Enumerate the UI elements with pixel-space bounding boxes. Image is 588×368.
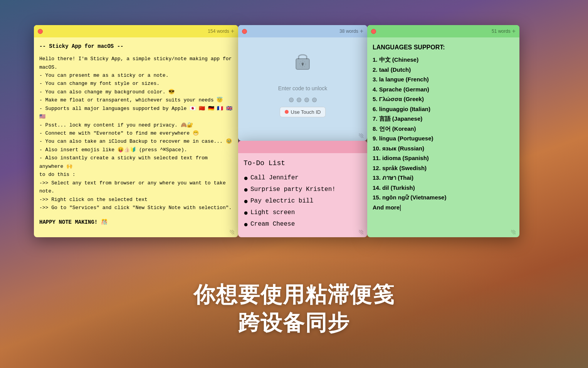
note-titlebar-4 xyxy=(238,141,367,153)
note-body-2: Enter code to unlock Use Touch ID xyxy=(238,37,367,131)
note-line-1: - You can present me as a sticky or a no… xyxy=(39,71,233,79)
note-line-4: - Make me float or transparent, whicheve… xyxy=(39,96,233,104)
note-titlebar-3: 51 words + xyxy=(367,25,519,37)
note-title-1: -- Sticky App for macOS -- xyxy=(39,42,233,51)
touch-id-dot xyxy=(285,110,289,114)
lang-1: 1. 中文 (Chinese) xyxy=(373,55,514,65)
code-dot-4 xyxy=(312,98,317,102)
note-pink: To-Do List ●Call Jennifer ●Surprise part… xyxy=(238,141,367,237)
languages-title: LANGUAGES SUPPORT: xyxy=(373,42,514,52)
resize-handle-2[interactable] xyxy=(359,133,363,138)
lang-15: 15. ngôn ngữ (Vietnamese) xyxy=(373,192,514,203)
lock-icon xyxy=(294,51,311,79)
close-button-1[interactable] xyxy=(38,29,43,34)
code-dots xyxy=(289,98,317,102)
note-line-9: - Also insert emojis like 😝👍🏻🔰 (press ^⌘… xyxy=(39,146,233,154)
word-count-label-2: 38 words xyxy=(339,29,358,34)
todo-item-5: ●Cream Cheese xyxy=(244,219,362,227)
todo-item-1: ●Call Jennifer xyxy=(244,173,362,184)
note-body-4[interactable]: To-Do List ●Call Jennifer ●Surprise part… xyxy=(238,153,367,227)
lang-3: 3. la langue (French) xyxy=(373,74,514,84)
word-count-3: 51 words + xyxy=(492,28,516,35)
close-button-3[interactable] xyxy=(371,29,376,34)
code-dot-1 xyxy=(289,98,294,102)
code-dot-2 xyxy=(297,98,301,102)
lang-6: 6. linguaggio (Italian) xyxy=(373,104,514,114)
note-line-11: to do this : xyxy=(39,170,233,179)
text-cursor xyxy=(400,205,401,211)
note-line-6: - Psst... lock my content if you need pr… xyxy=(39,121,233,129)
note-yellow: 154 words + -- Sticky App for macOS -- H… xyxy=(34,25,238,237)
lang-8: 8. 언어 (Korean) xyxy=(373,124,514,134)
svg-rect-2 xyxy=(302,64,303,66)
note-footer-2 xyxy=(238,131,367,141)
lang-5: 5. Γλώσσα (Greek) xyxy=(373,94,514,104)
note-line-13: ->> Right click on the selected text xyxy=(39,196,233,204)
note-line-14: ->> Go to "Services" and click "New Stic… xyxy=(39,204,233,212)
note-green: 51 words + LANGUAGES SUPPORT: 1. 中文 (Chi… xyxy=(367,25,519,237)
todo-item-2: ●Surprise party Kristen! xyxy=(244,184,362,196)
touch-id-label: Use Touch ID xyxy=(291,109,321,115)
titlebar-left-3 xyxy=(371,29,376,34)
word-count-label-1: 154 words xyxy=(208,29,229,34)
add-button-2[interactable]: + xyxy=(360,28,363,35)
todo-title: To-Do List xyxy=(244,158,362,169)
note-line-2: - You can change my font style or sizes. xyxy=(39,79,233,88)
bottom-text-area: 你想要使用粘滞便笺 跨设备同步 xyxy=(0,281,588,337)
add-button-3[interactable]: + xyxy=(512,28,516,35)
right-stack: 38 words + Enter code to xyxy=(238,25,367,237)
touch-id-button[interactable]: Use Touch ID xyxy=(280,107,326,117)
lang-10: 10. язык (Russian) xyxy=(373,143,514,154)
lang-13: 13. ภาษา (Thai) xyxy=(373,173,514,183)
word-count-2: 38 words + xyxy=(339,28,363,35)
code-dot-3 xyxy=(304,98,309,102)
lang-14: 14. dil (Turkish) xyxy=(373,183,514,193)
lang-7: 7. 言語 (Japanese) xyxy=(373,114,514,124)
note-titlebar-1: 154 words + xyxy=(34,25,238,37)
sticky-notes-area: 154 words + -- Sticky App for macOS -- H… xyxy=(34,25,554,237)
note-line-7: - Connect me with "Evernote" to find me … xyxy=(39,129,233,137)
word-count-1: 154 words + xyxy=(208,28,234,35)
note-footer-4 xyxy=(238,227,367,237)
close-button-2[interactable] xyxy=(242,29,247,34)
note-body-1[interactable]: -- Sticky App for macOS -- Hello there! … xyxy=(34,37,238,227)
note-footer-1 xyxy=(34,227,238,237)
note-line-5: - Supports all major languages supported… xyxy=(39,105,233,121)
titlebar-left-1 xyxy=(38,29,43,34)
and-more: And more xyxy=(373,203,514,213)
lang-11: 11. idioma (Spanish) xyxy=(373,153,514,163)
note-blue: 38 words + Enter code to xyxy=(238,25,367,141)
lang-12: 12. språk (Swedish) xyxy=(373,163,514,173)
lang-9: 9. língua (Portuguese) xyxy=(373,133,514,143)
resize-handle-1[interactable] xyxy=(230,230,234,235)
note-titlebar-2: 38 words + xyxy=(238,25,367,37)
note-line-12: ->> Select any text from browser or any … xyxy=(39,179,233,196)
chinese-line-1: 你想要使用粘滞便笺 xyxy=(0,281,588,309)
note-line-10: - Also instantly create a sticky with se… xyxy=(39,154,233,170)
add-button-1[interactable]: + xyxy=(231,28,234,35)
todo-item-4: ●Light screen xyxy=(244,208,362,219)
note-happy: HAPPY NOTE MAKING! 🎊 xyxy=(39,218,233,227)
todo-item-3: ●Pay electric bill xyxy=(244,196,362,208)
note-line-3: - You can also change my background colo… xyxy=(39,88,233,96)
resize-handle-3[interactable] xyxy=(511,230,516,235)
word-count-label-3: 51 words xyxy=(492,29,511,34)
lang-2: 2. taal (Dutch) xyxy=(373,65,514,75)
chinese-line-2: 跨设备同步 xyxy=(0,309,588,337)
note-line-8: - You can also take an iCloud Backup to … xyxy=(39,137,233,145)
lock-enter-code: Enter code to unlock xyxy=(278,84,328,93)
note-line-intro: Hello there! I'm Sticky App, a simple st… xyxy=(39,55,233,71)
lang-4: 4. Sprache (German) xyxy=(373,84,514,95)
resize-handle-4[interactable] xyxy=(359,230,363,235)
lock-screen: Enter code to unlock Use Touch ID xyxy=(244,42,362,126)
note-body-3[interactable]: LANGUAGES SUPPORT: 1. 中文 (Chinese) 2. ta… xyxy=(367,37,519,227)
note-footer-3 xyxy=(367,227,519,237)
titlebar-left-2 xyxy=(242,29,247,34)
